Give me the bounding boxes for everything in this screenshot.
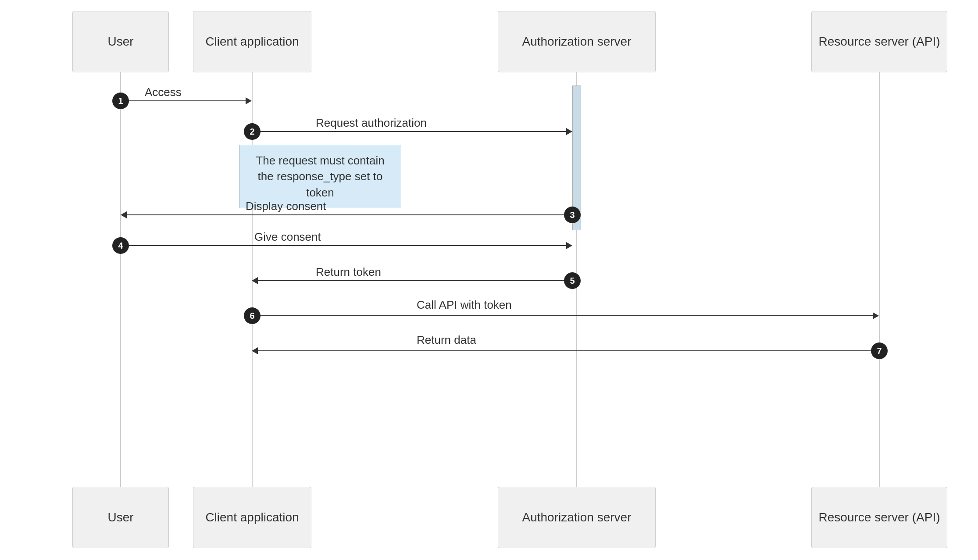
step4-circle: 4 (112, 237, 129, 254)
step7-label: Return data (417, 333, 476, 347)
actor-authserver-bottom: Authorization server (498, 487, 656, 548)
svg-marker-3 (566, 128, 572, 135)
step7-circle: 7 (871, 342, 888, 359)
step1-circle: 1 (112, 93, 129, 109)
note-box: The request must containthe response_typ… (239, 145, 401, 208)
svg-marker-11 (873, 312, 879, 319)
step1-label: Access (145, 86, 182, 99)
svg-marker-5 (121, 211, 127, 218)
step5-circle: 5 (564, 272, 581, 289)
step2-circle: 2 (244, 123, 261, 140)
actor-resource-bottom-label: Resource server (API) (819, 510, 940, 524)
svg-marker-1 (246, 97, 252, 104)
arrows-svg (0, 0, 978, 560)
actor-client-top: Client application (193, 11, 311, 72)
actor-client-bottom-label: Client application (205, 510, 299, 524)
note-text: The request must containthe response_typ… (256, 153, 384, 200)
actor-user-top-label: User (107, 35, 133, 49)
step3-circle: 3 (564, 207, 581, 223)
step4-label: Give consent (254, 230, 321, 244)
actor-authserver-top: Authorization server (498, 11, 656, 72)
svg-marker-9 (252, 277, 258, 284)
actor-user-bottom-label: User (107, 510, 133, 524)
step6-circle: 6 (244, 307, 261, 324)
actor-authserver-top-label: Authorization server (522, 35, 631, 49)
svg-marker-13 (252, 347, 258, 354)
step3-label: Display consent (246, 200, 326, 213)
lifeline-user (120, 72, 121, 487)
actor-resource-bottom: Resource server (API) (811, 487, 947, 548)
actor-authserver-bottom-label: Authorization server (522, 510, 631, 524)
step6-label: Call API with token (417, 298, 512, 312)
lifeline-resource (879, 72, 880, 487)
svg-marker-7 (566, 242, 572, 249)
actor-user-top: User (72, 11, 169, 72)
actor-resource-top: Resource server (API) (811, 11, 947, 72)
actor-client-top-label: Client application (205, 35, 299, 49)
diagram-container: User Client application Authorization se… (0, 0, 978, 560)
step2-label: Request authorization (316, 116, 427, 130)
actor-user-bottom: User (72, 487, 169, 548)
actor-resource-top-label: Resource server (API) (819, 35, 940, 49)
step5-label: Return token (316, 265, 381, 279)
actor-client-bottom: Client application (193, 487, 311, 548)
